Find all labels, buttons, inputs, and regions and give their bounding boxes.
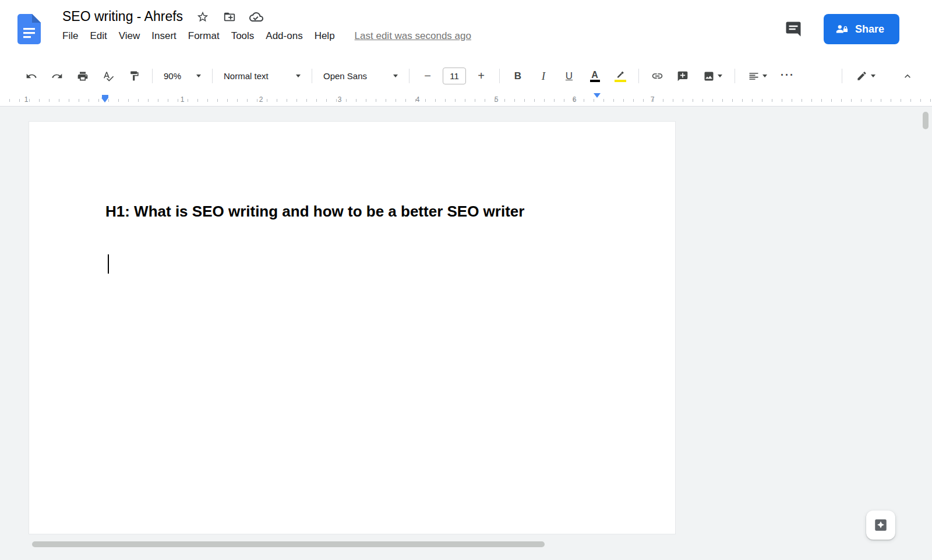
share-person-lock-icon [835, 23, 848, 36]
bold-button[interactable]: B [507, 65, 529, 87]
menu-format[interactable]: Format [182, 29, 225, 44]
pencil-icon [856, 70, 867, 81]
toolbar-divider [152, 69, 153, 83]
vertical-scrollbar-thumb[interactable] [923, 112, 929, 129]
title-area: SEO writing - Ahrefs File Edit View Inse… [62, 9, 471, 44]
ruler-mark: 4 [416, 95, 420, 104]
star-icon[interactable] [196, 10, 210, 24]
paint-format-button[interactable] [123, 65, 145, 87]
text-cursor [108, 254, 109, 274]
add-comment-button[interactable] [672, 65, 694, 87]
toolbar-divider [735, 69, 735, 83]
move-to-folder-icon[interactable] [223, 10, 236, 24]
increase-font-size-button[interactable]: + [470, 65, 492, 87]
docs-document-icon [17, 14, 41, 44]
align-button[interactable] [742, 65, 772, 87]
right-indent-triangle-icon [594, 93, 601, 108]
font-family-value: Open Sans [323, 71, 367, 81]
google-docs-logo-icon[interactable] [17, 14, 41, 44]
left-indent-marker[interactable] [101, 95, 108, 102]
document-status-cloud-icon[interactable] [249, 10, 263, 24]
topbar-right: Share [784, 14, 899, 44]
paint-roller-icon [129, 70, 140, 81]
paragraph-style-value: Normal text [224, 71, 269, 81]
chevron-down-icon [871, 75, 875, 77]
highlight-color-button[interactable] [609, 65, 631, 87]
document-canvas: H1: What is SEO writing and how to be a … [0, 107, 932, 560]
ruler: 1 1 2 3 4 5 6 7 [0, 94, 932, 107]
left-indent-triangle-icon [101, 98, 108, 102]
menu-view[interactable]: View [113, 29, 146, 44]
ruler-mark: 3 [338, 95, 342, 104]
title-row: SEO writing - Ahrefs [62, 9, 471, 24]
chevron-down-icon [718, 75, 722, 77]
zoom-select[interactable]: 90% [158, 65, 207, 87]
text-color-letter: A [591, 70, 598, 79]
ruler-mark: 1 [181, 95, 185, 104]
toolbar-divider [409, 69, 409, 83]
ruler-mark: 5 [495, 95, 499, 104]
menu-tools[interactable]: Tools [225, 29, 260, 44]
last-edit-link[interactable]: Last edit was seconds ago [355, 30, 471, 42]
horizontal-scrollbar-thumb[interactable] [32, 541, 545, 547]
explore-button[interactable] [866, 511, 895, 540]
topbar: SEO writing - Ahrefs File Edit View Inse… [0, 0, 932, 58]
toolbar-divider [312, 69, 312, 83]
underline-button[interactable]: U [558, 65, 580, 87]
toolbar-divider [638, 69, 639, 83]
chevron-down-icon [296, 75, 301, 77]
text-color-swatch [590, 80, 600, 82]
toolbar-divider [842, 69, 842, 83]
add-comment-icon [677, 70, 689, 82]
spelling-check-button[interactable] [97, 65, 119, 87]
align-left-icon [748, 70, 760, 82]
document-page[interactable]: H1: What is SEO writing and how to be a … [29, 121, 676, 534]
ruler-mark: 7 [651, 95, 655, 104]
image-icon [703, 70, 715, 82]
menu-insert[interactable]: Insert [146, 29, 182, 44]
ruler-ticks [0, 99, 932, 102]
chevron-down-icon [762, 75, 767, 77]
toolbar-divider [499, 69, 500, 83]
spellcheck-icon [103, 70, 114, 82]
chevron-down-icon [196, 75, 201, 77]
zoom-value: 90% [164, 71, 181, 81]
print-icon [77, 70, 89, 82]
highlight-color-swatch [615, 80, 626, 82]
editing-mode-button[interactable] [849, 65, 882, 87]
redo-icon [51, 70, 63, 82]
toolbar-divider [212, 69, 213, 83]
undo-icon [26, 70, 37, 82]
insert-image-button[interactable] [697, 65, 728, 87]
open-comment-history-button[interactable] [784, 20, 803, 38]
font-family-select[interactable]: Open Sans [317, 65, 404, 87]
ruler-mark: 2 [259, 95, 263, 104]
more-options-button[interactable]: ⋯ [776, 65, 798, 87]
menu-edit[interactable]: Edit [84, 29, 112, 44]
decrease-font-size-button[interactable]: − [416, 65, 439, 87]
comment-icon [785, 20, 802, 38]
ruler-mark: 6 [573, 95, 577, 104]
document-title[interactable]: SEO writing - Ahrefs [62, 9, 183, 24]
undo-button[interactable] [20, 65, 43, 87]
share-button-label: Share [855, 23, 884, 36]
paragraph-style-select[interactable]: Normal text [218, 65, 306, 87]
toolbar: 90% Normal text Open Sans − 11 + B I U A [0, 58, 932, 94]
menu-addons[interactable]: Add-ons [260, 29, 308, 44]
font-size-input[interactable]: 11 [443, 68, 466, 84]
explore-star-icon [873, 518, 888, 533]
insert-link-button[interactable] [646, 65, 668, 87]
share-button[interactable]: Share [824, 14, 899, 44]
highlighter-icon [615, 70, 626, 79]
link-icon [651, 70, 663, 82]
redo-button[interactable] [46, 65, 68, 87]
italic-button[interactable]: I [532, 65, 555, 87]
collapse-toolbar-button[interactable] [896, 65, 919, 87]
menu-file[interactable]: File [57, 29, 84, 44]
print-button[interactable] [72, 65, 94, 87]
document-heading[interactable]: H1: What is SEO writing and how to be a … [105, 203, 524, 221]
text-color-button[interactable]: A [584, 65, 606, 87]
menubar: File Edit View Insert Format Tools Add-o… [57, 29, 471, 44]
menu-help[interactable]: Help [309, 29, 341, 44]
chevron-down-icon [393, 75, 398, 77]
